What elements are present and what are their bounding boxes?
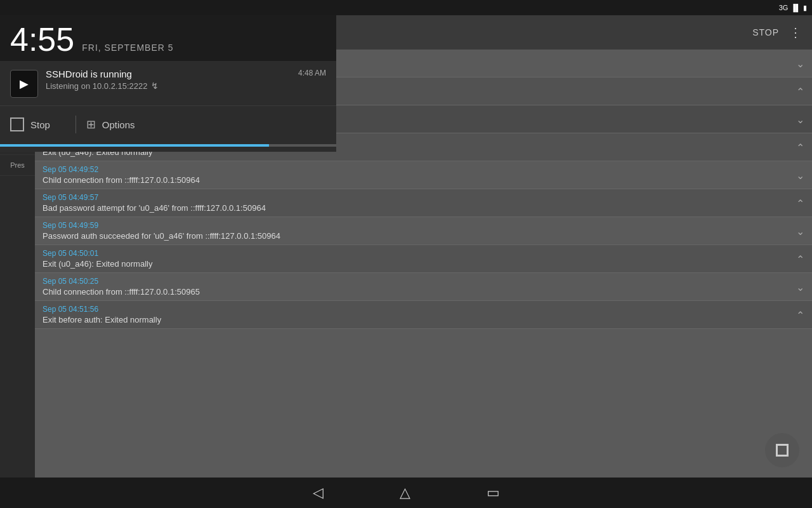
log-message: Child connection from ::ffff:127.0.0.1:5… [43, 175, 804, 185]
chevron-icon: ⌄ [796, 113, 804, 125]
button-divider [75, 116, 76, 133]
action-buttons: Stop ⊞ Options [0, 106, 336, 144]
progress-bar [0, 144, 336, 147]
clock-area: 4:55 FRI, SEPTEMBER 5 [0, 15, 336, 61]
log-item[interactable]: Sep 05 04:50:01 Exit (u0_a46): Exited no… [35, 245, 812, 273]
options-action-label: Options [102, 119, 135, 130]
notification-time: 4:48 AM [298, 69, 326, 77]
log-item[interactable]: Sep 05 04:50:25 Child connection from ::… [35, 273, 812, 301]
battery-icon: ▮ [803, 4, 807, 12]
log-message: Bad password attempt for 'u0_a46' from :… [43, 203, 804, 213]
menu-icon[interactable]: ⋮ [789, 25, 802, 40]
chevron-icon: ⌃ [796, 253, 804, 265]
fab-stop-button[interactable] [765, 433, 799, 467]
chevron-icon: ⌃ [796, 309, 804, 321]
log-timestamp: Sep 05 04:49:57 [43, 193, 804, 202]
stop-square-icon [10, 117, 24, 131]
notification-overlay: 4:55 FRI, SEPTEMBER 5 ▶ SSHDroid is runn… [0, 15, 336, 152]
log-item[interactable]: Sep 05 04:49:57 Bad password attempt for… [35, 189, 812, 217]
log-message: Child connection from ::ffff:127.0.0.1:5… [43, 287, 804, 297]
clock-time: 4:55 [10, 23, 74, 56]
chevron-icon: ⌄ [796, 281, 804, 293]
recent-button[interactable]: ▭ [487, 485, 500, 501]
log-item[interactable]: Sep 05 04:49:52 Child connection from ::… [35, 161, 812, 189]
log-timestamp: Sep 05 04:50:25 [43, 277, 804, 286]
clock-date: FRI, SEPTEMBER 5 [82, 43, 173, 53]
options-icon: ⊞ [86, 117, 96, 131]
status-icons: 3G ▐▌ ▮ [779, 4, 807, 12]
log-item[interactable]: Sep 05 04:49:59 Password auth succeeded … [35, 217, 812, 245]
log-timestamp: Sep 05 04:49:59 [43, 221, 804, 230]
stop-button[interactable]: STOP [752, 27, 779, 37]
options-action-button[interactable]: ⊞ Options [86, 112, 150, 137]
notification-title: SSHDroid is running [46, 69, 291, 79]
log-item[interactable]: Sep 05 04:51:56 Exit before auth: Exited… [35, 301, 812, 329]
home-button[interactable]: △ [400, 485, 410, 501]
log-message: Exit (u0_a46): Exited normally [43, 259, 804, 269]
log-message: Exit before auth: Exited normally [43, 315, 804, 324]
sidebar-item-press[interactable]: Pres [0, 155, 35, 176]
chevron-icon: ⌄ [796, 169, 804, 181]
terminal-notif-icon: ▶ [20, 77, 29, 91]
nav-bar: ◁ △ ▭ [0, 478, 812, 508]
log-timestamp: Sep 05 04:49:52 [43, 165, 804, 174]
wifi-icon: ↯ [151, 81, 159, 91]
chevron-icon: ⌄ [796, 57, 804, 69]
log-message: Password auth succeeded for 'u0_a46' fro… [43, 231, 804, 241]
signal-text: 3G [779, 4, 789, 11]
log-timestamp: Sep 05 04:51:56 [43, 305, 804, 314]
back-button[interactable]: ◁ [313, 485, 324, 501]
log-timestamp: Sep 05 04:50:01 [43, 249, 804, 258]
progress-fill [0, 144, 269, 147]
status-bar: 3G ▐▌ ▮ [0, 0, 812, 15]
chevron-icon: ⌃ [796, 197, 804, 209]
notification-body: SSHDroid is running Listening on 10.0.2.… [46, 69, 291, 91]
chevron-icon: ⌃ [796, 141, 804, 153]
notification-subtitle: Listening on 10.0.2.15:2222 ↯ [46, 81, 291, 91]
notification-card: ▶ SSHDroid is running Listening on 10.0.… [0, 61, 336, 106]
stop-action-button[interactable]: Stop [10, 112, 65, 137]
stop-icon [776, 444, 789, 457]
notification-app-icon: ▶ [10, 70, 38, 98]
chevron-icon: ⌃ [796, 85, 804, 97]
stop-action-label: Stop [30, 119, 50, 130]
progress-bar-area [0, 144, 336, 152]
chevron-icon: ⌄ [796, 225, 804, 237]
signal-bars-icon: ▐▌ [790, 4, 801, 11]
